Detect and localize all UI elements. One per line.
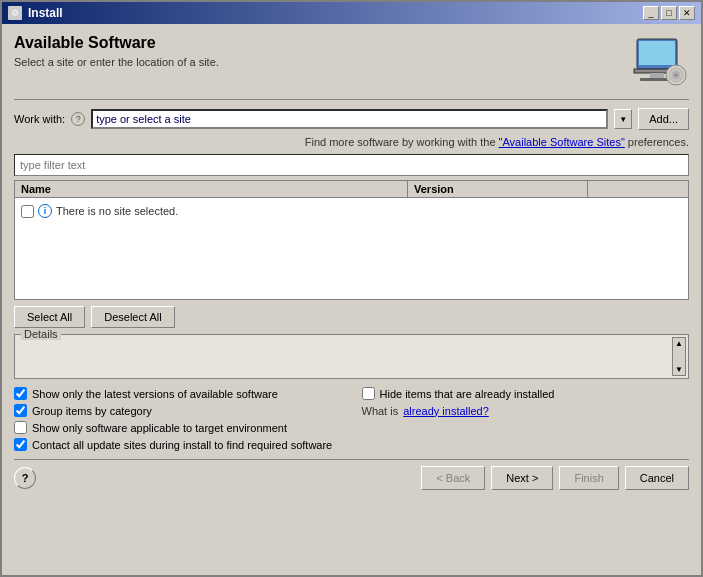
available-software-sites-link[interactable]: "Available Software Sites" xyxy=(499,136,625,148)
cb-contact-update-sites-label: Contact all update sites during install … xyxy=(32,439,332,451)
content-area: Available Software Select a site or ente… xyxy=(2,24,701,575)
info-row: Find more software by working with the "… xyxy=(14,136,689,148)
footer-row: ? < Back Next > Finish Cancel xyxy=(14,466,689,490)
title-bar: ⚙ Install _ □ ✕ xyxy=(2,2,701,24)
info-icon: i xyxy=(38,204,52,218)
work-with-label: Work with: xyxy=(14,113,65,125)
software-table: Name Version i There is no site selected… xyxy=(14,180,689,300)
cb-latest-versions-label: Show only the latest versions of availab… xyxy=(32,388,278,400)
filter-input[interactable] xyxy=(14,154,689,176)
select-all-button[interactable]: Select All xyxy=(14,306,85,328)
work-with-help-icon[interactable]: ? xyxy=(71,112,85,126)
checkbox-row-3: Group items by category xyxy=(14,404,342,417)
next-button[interactable]: Next > xyxy=(491,466,553,490)
checkbox-row-5: Contact all update sites during install … xyxy=(14,438,342,451)
info-text: Find more software by working with the xyxy=(305,136,499,148)
page-title: Available Software xyxy=(14,34,619,52)
already-installed-row: What is already installed? xyxy=(362,404,690,417)
add-button[interactable]: Add... xyxy=(638,108,689,130)
maximize-button[interactable]: □ xyxy=(661,6,677,20)
window-title: Install xyxy=(28,6,63,20)
cb-target-env[interactable] xyxy=(14,421,27,434)
header-separator xyxy=(14,99,689,100)
cb-latest-versions[interactable] xyxy=(14,387,27,400)
header-section: Available Software Select a site or ente… xyxy=(14,34,689,89)
minimize-button[interactable]: _ xyxy=(643,6,659,20)
title-bar-buttons: _ □ ✕ xyxy=(643,6,695,20)
column-name: Name xyxy=(15,181,408,197)
already-installed-prefix: What is xyxy=(362,405,399,417)
back-button[interactable]: < Back xyxy=(421,466,485,490)
svg-rect-1 xyxy=(639,41,675,65)
help-button[interactable]: ? xyxy=(14,467,36,489)
checkbox-row-2: Hide items that are already installed xyxy=(362,387,690,400)
footer-buttons: < Back Next > Finish Cancel xyxy=(421,466,689,490)
column-version: Version xyxy=(408,181,588,197)
checkbox-row-4: Show only software applicable to target … xyxy=(14,421,342,434)
table-row: i There is no site selected. xyxy=(19,202,684,220)
table-header: Name Version xyxy=(15,181,688,198)
details-group: Details ▲ ▼ xyxy=(14,334,689,379)
details-label: Details xyxy=(21,328,61,340)
already-installed-link[interactable]: already installed? xyxy=(403,405,489,417)
row-text: There is no site selected. xyxy=(56,205,178,217)
title-bar-left: ⚙ Install xyxy=(8,6,63,20)
svg-point-8 xyxy=(674,73,677,76)
window-icon: ⚙ xyxy=(8,6,22,20)
install-window: ⚙ Install _ □ ✕ Available Software Selec… xyxy=(0,0,703,577)
cb-group-by-category[interactable] xyxy=(14,404,27,417)
select-buttons-row: Select All Deselect All xyxy=(14,306,689,328)
column-extra xyxy=(588,181,688,197)
finish-button[interactable]: Finish xyxy=(559,466,618,490)
svg-rect-3 xyxy=(650,73,664,78)
checkboxes-section: Show only the latest versions of availab… xyxy=(14,387,689,451)
checkbox-row-1: Show only the latest versions of availab… xyxy=(14,387,342,400)
info-text2: preferences. xyxy=(625,136,689,148)
page-subtitle: Select a site or enter the location of a… xyxy=(14,56,619,68)
cb-contact-update-sites[interactable] xyxy=(14,438,27,451)
table-body: i There is no site selected. xyxy=(15,198,688,299)
cb-group-by-category-label: Group items by category xyxy=(32,405,152,417)
footer-separator xyxy=(14,459,689,460)
work-with-row: Work with: ? ▼ Add... xyxy=(14,108,689,130)
cb-hide-installed-label: Hide items that are already installed xyxy=(380,388,555,400)
site-dropdown-button[interactable]: ▼ xyxy=(614,109,632,129)
details-scrollbar[interactable]: ▲ ▼ xyxy=(672,337,686,376)
deselect-all-button[interactable]: Deselect All xyxy=(91,306,174,328)
cancel-button[interactable]: Cancel xyxy=(625,466,689,490)
site-input[interactable] xyxy=(91,109,608,129)
row-checkbox[interactable] xyxy=(21,205,34,218)
empty-cell xyxy=(362,421,690,434)
cb-target-env-label: Show only software applicable to target … xyxy=(32,422,287,434)
close-button[interactable]: ✕ xyxy=(679,6,695,20)
cb-hide-installed[interactable] xyxy=(362,387,375,400)
header-text: Available Software Select a site or ente… xyxy=(14,34,619,68)
header-icon xyxy=(629,34,689,89)
